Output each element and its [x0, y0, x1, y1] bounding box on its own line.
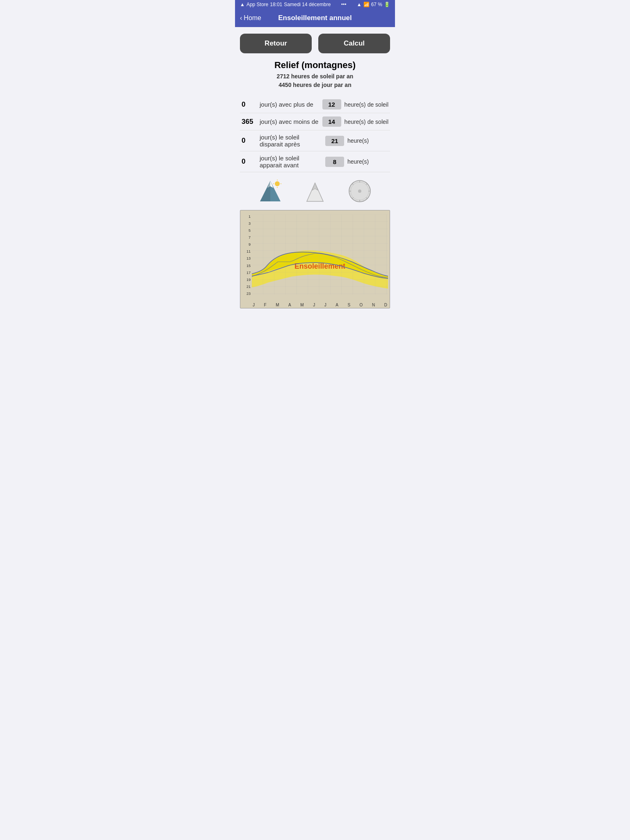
signal-icon: ▲	[357, 2, 362, 7]
status-date: Samedi 14 décembre	[284, 2, 331, 7]
nav-title: Ensoleillement annuel	[278, 14, 353, 22]
x-label: J	[313, 303, 315, 307]
x-label: J	[324, 303, 326, 307]
main-content: Retour Calcul Relief (montagnes) 2712 he…	[235, 27, 395, 315]
x-label: M	[300, 303, 304, 307]
wifi-icon: 📶	[363, 2, 370, 7]
x-label: M	[276, 303, 279, 307]
battery-icon: 🔋	[384, 2, 390, 7]
chart-x-labels: JFMAMJJASOND	[252, 303, 388, 307]
y-label: 7	[249, 235, 251, 240]
nav-back-label: Home	[244, 14, 261, 22]
stat-unit-0: heure(s) de soleil	[345, 101, 388, 108]
stat-label-2: jour(s) le soleil disparait après	[260, 134, 322, 148]
stat-input-2[interactable]	[325, 136, 344, 146]
x-label: J	[253, 303, 255, 307]
x-label: F	[264, 303, 267, 307]
chart-svg: Ensoleillement	[252, 215, 388, 294]
x-label: N	[372, 303, 375, 307]
retour-button[interactable]: Retour	[240, 34, 312, 53]
stat-value-0: 0	[242, 100, 256, 109]
stat-input-0[interactable]	[322, 99, 341, 110]
button-row: Retour Calcul	[240, 34, 390, 53]
compass-icon[interactable]	[345, 179, 374, 203]
svg-marker-7	[260, 181, 270, 201]
stat-value-1: 365	[242, 118, 256, 126]
battery-label: 67 %	[371, 2, 382, 7]
x-label: O	[360, 303, 363, 307]
nav-bar: ‹ Home Ensoleillement annuel	[235, 9, 395, 27]
x-label: A	[336, 303, 338, 307]
svg-point-32	[358, 189, 361, 193]
stat-unit-3: heure(s)	[347, 158, 388, 165]
chart-y-axis: 1357911131517192123	[240, 215, 252, 296]
y-label: 19	[247, 278, 251, 282]
stat-unit-2: heure(s)	[347, 137, 388, 144]
y-label: 3	[249, 221, 251, 226]
title-section: Relief (montagnes) 2712 heures de soleil…	[240, 60, 390, 89]
status-left: ▲ App Store 18:01 Samedi 14 décembre	[240, 2, 331, 7]
location-icon: ▲	[240, 2, 245, 7]
nav-back-button[interactable]: ‹ Home	[240, 14, 278, 22]
subtitle-line1: 2712 heures de soleil par an 4450 heures…	[240, 72, 390, 89]
status-bar: ▲ App Store 18:01 Samedi 14 décembre •••…	[235, 0, 395, 9]
colored-mountain-icon[interactable]	[256, 179, 285, 203]
y-label: 23	[247, 292, 251, 296]
main-title: Relief (montagnes)	[240, 60, 390, 71]
x-label: S	[347, 303, 350, 307]
y-label: 5	[249, 228, 251, 233]
status-time: 18:01	[270, 2, 282, 7]
y-label: 21	[247, 285, 251, 289]
status-dots: •••	[341, 2, 347, 7]
stats-container: 0 jour(s) avec plus de heure(s) de solei…	[240, 96, 390, 172]
stat-row-3: 0 jour(s) le soleil apparait avant heure…	[240, 151, 390, 172]
stat-unit-1: heure(s) de soleil	[345, 119, 388, 125]
status-right: ▲ 📶 67 % 🔋	[357, 2, 390, 7]
y-label: 1	[249, 215, 251, 219]
stat-label-1: jour(s) avec moins de	[260, 118, 319, 125]
stat-value-2: 0	[242, 137, 256, 145]
y-label: 17	[247, 271, 251, 275]
stat-input-1[interactable]	[322, 116, 341, 127]
stat-row-0: 0 jour(s) avec plus de heure(s) de solei…	[240, 96, 390, 113]
outline-mountain-icon[interactable]	[301, 179, 329, 203]
icons-row	[240, 174, 390, 208]
stat-row-1: 365 jour(s) avec moins de heure(s) de so…	[240, 113, 390, 130]
calcul-button[interactable]: Calcul	[318, 34, 390, 53]
stat-label-0: jour(s) avec plus de	[260, 101, 319, 108]
y-label: 13	[247, 256, 251, 260]
stat-label-3: jour(s) le soleil apparait avant	[260, 155, 322, 169]
y-label: 15	[247, 264, 251, 268]
stat-value-3: 0	[242, 158, 256, 166]
y-label: 11	[247, 249, 251, 253]
y-label: 9	[249, 242, 251, 247]
stat-row-2: 0 jour(s) le soleil disparait après heur…	[240, 130, 390, 151]
app-store-label: App Store	[247, 2, 268, 7]
chart-container: Ensoleillement	[240, 210, 390, 308]
x-label: A	[288, 303, 291, 307]
x-label: D	[384, 303, 387, 307]
stat-input-3[interactable]	[325, 157, 344, 167]
svg-point-2	[275, 181, 280, 186]
chevron-left-icon: ‹	[240, 14, 242, 22]
